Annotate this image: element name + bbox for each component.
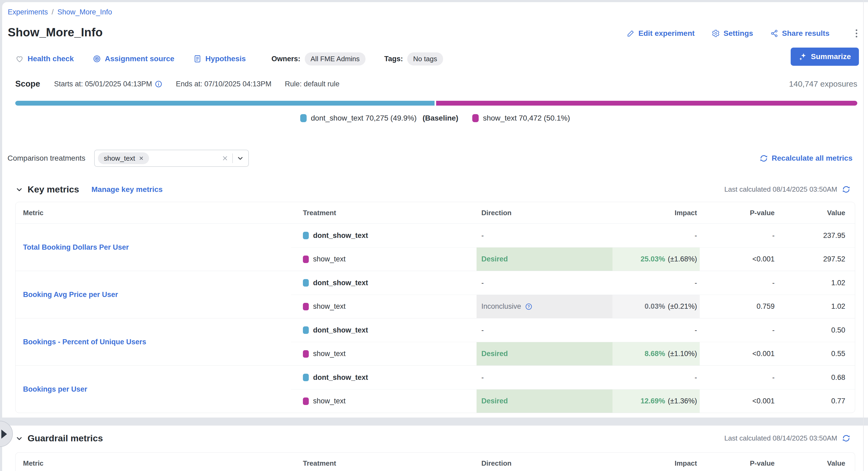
breadcrumb-experiments-link[interactable]: Experiments [8,8,48,16]
share-icon [770,29,778,37]
metric-group: Bookings per Userdont_show_text---0.68sh… [16,365,855,413]
breadcrumb-separator: / [52,8,54,16]
column-header-direction: Direction [476,459,613,468]
clear-selection-icon[interactable] [221,155,228,162]
refresh-icon[interactable] [842,185,850,194]
selected-chips: show_text [98,153,149,164]
value-cell: 0.68 [777,366,855,389]
treatment-name: show_text [313,397,346,405]
treatment-cell: dont_show_text [291,318,476,342]
legend-label: dont_show_text 70,275 (49.9%) [311,114,416,123]
impact-cell: 25.03%(±1.68%) [613,247,700,271]
pvalue-cell: - [700,271,777,295]
impact-cell: 8.68%(±1.10%) [613,342,700,365]
allocation-legend: dont_show_text 70,275 (49.9%) (Baseline)… [2,114,868,123]
pencil-icon [627,29,635,37]
pvalue-cell: <0.001 [700,389,777,413]
info-icon[interactable] [155,80,162,88]
document-icon [193,55,202,63]
tags-label: Tags: [384,55,403,63]
guardrail-metrics-title: Guardrail metrics [28,433,103,443]
metric-group: Bookings - Percent of Unique Usersdont_s… [16,318,855,365]
question-circle-icon[interactable]: ? [525,303,532,310]
baseline-swatch-icon [303,374,309,381]
pvalue-cell: 0.759 [700,295,777,318]
allocation-baseline-segment [15,101,435,106]
legend-label: show_text 70,472 (50.1%) [483,114,570,123]
column-header-treatment: Treatment [291,459,476,468]
impact-cell: - [613,224,700,247]
chevron-down-icon[interactable] [237,155,244,162]
metric-link[interactable]: Bookings per User [23,385,87,394]
pvalue-cell: <0.001 [700,247,777,271]
metric-link[interactable]: Booking Avg Price per User [23,291,118,299]
treatment-chip[interactable]: show_text [98,153,149,164]
exposures-count: 140,747 exposures [789,79,857,89]
breadcrumb-current-link[interactable]: Show_More_Info [58,8,112,16]
scrollbar-track[interactable] [863,0,864,471]
direction-value: Desired [482,350,508,358]
treatment-name: show_text [313,255,346,263]
direction-cell: Desired [476,389,613,413]
guardrail-panel: Guardrail metrics Last calculated 08/14/… [2,426,868,471]
column-header-value: Value [777,459,855,468]
direction-value: Inconclusive [482,302,521,311]
recalculate-all-metrics-button[interactable]: Recalculate all metrics [760,154,852,163]
impact-value: - [694,373,697,382]
meta-row: Health check Assignment source Hypothesi… [15,50,788,68]
column-header-impact: Impact [613,459,700,468]
summarize-label: Summarize [811,53,851,61]
key-metrics-header: Key metrics Manage key metrics Last calc… [15,184,850,195]
edit-experiment-label: Edit experiment [639,29,694,38]
treatment-swatch-icon [303,398,309,405]
column-header-p-value: P-value [700,209,777,217]
direction-value: - [482,232,484,240]
comparison-treatments-select[interactable]: show_text [94,150,249,167]
health-check-link[interactable]: Health check [15,55,74,63]
legend-item: show_text 70,472 (50.1%) [472,114,570,123]
collapse-guardrail-metrics-icon[interactable] [15,434,23,442]
manage-key-metrics-link[interactable]: Manage key metrics [92,185,163,194]
metric-cell: Bookings - Percent of Unique Users [16,318,291,365]
baseline-swatch-icon [300,114,307,122]
metric-link[interactable]: Bookings - Percent of Unique Users [23,338,146,346]
health-check-label: Health check [28,55,74,63]
tags-pill[interactable]: No tags [407,53,443,66]
scope-ends: Ends at: 07/10/2025 04:13PM [176,80,271,88]
allocation-treatment-segment [436,101,857,106]
baseline-swatch-icon [303,326,309,334]
collapse-key-metrics-icon[interactable] [15,186,23,194]
remove-chip-icon[interactable] [138,155,144,161]
column-header-treatment: Treatment [291,209,476,217]
value-cell: 0.50 [777,318,855,342]
column-header-direction: Direction [476,209,613,217]
impact-cell: 12.69%(±1.36%) [613,389,700,413]
more-options-kebab-icon[interactable] [854,28,859,39]
direction-cell: - [476,366,613,389]
column-header-impact: Impact [613,209,700,217]
value-cell: 1.02 [777,295,855,318]
hypothesis-link[interactable]: Hypothesis [193,55,246,63]
metric-link[interactable]: Total Booking Dollars Per User [23,243,129,251]
share-results-button[interactable]: Share results [770,29,830,38]
refresh-icon[interactable] [842,434,850,442]
scope-title: Scope [15,79,40,89]
scope-rule: Rule: default rule [285,80,340,88]
owners-pair: Owners: All FME Admins [272,53,366,66]
owners-pill[interactable]: All FME Admins [305,53,366,66]
header-actions: Edit experiment Settings Share results [627,28,859,39]
treatment-cell: show_text [291,342,476,365]
direction-value: - [482,373,484,382]
impact-confidence-interval: (±1.68%) [668,255,697,263]
pvalue-cell: - [700,224,777,247]
sidebar-expand-arrow-icon[interactable] [1,430,7,439]
guardrail-metrics-header: Guardrail metrics Last calculated 08/14/… [15,433,850,443]
settings-button[interactable]: Settings [712,29,753,38]
baseline-swatch-icon [303,232,309,239]
key-metrics-last-calculated: Last calculated 08/14/2025 03:50AM [724,185,850,194]
key-metrics-table: MetricTreatmentDirectionImpactP-valueVal… [15,202,855,413]
summarize-button[interactable]: Summarize [791,47,859,66]
assignment-source-link[interactable]: Assignment source [93,55,175,63]
edit-experiment-button[interactable]: Edit experiment [627,29,694,38]
treatment-cell: show_text [291,295,476,318]
